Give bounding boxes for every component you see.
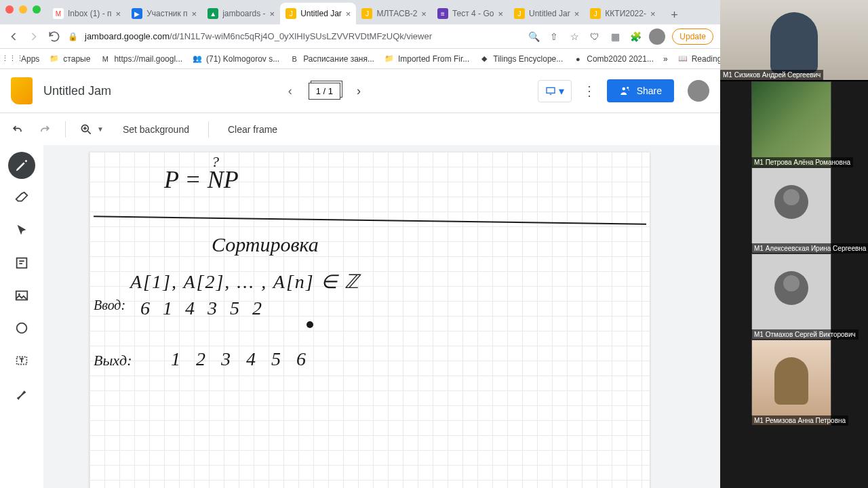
tab-title: Тест 4 - Go	[452, 9, 494, 18]
text-box-tool[interactable]	[8, 347, 35, 374]
handwriting-line	[94, 216, 646, 224]
favicon: ▲	[208, 8, 218, 19]
bookmark-label: https://mail.googl...	[114, 54, 182, 64]
clear-frame-button[interactable]: Clear frame	[222, 120, 283, 139]
maximize-window[interactable]	[33, 5, 41, 14]
select-tool[interactable]	[8, 217, 35, 244]
tab-title: МЛТАСВ-2	[376, 9, 417, 18]
browser-tab[interactable]: ▶Участник п×	[126, 3, 202, 24]
bookmark-label: Comb2020 2021...	[587, 54, 654, 64]
browser-tab[interactable]: ≡Тест 4 - Go×	[432, 3, 509, 24]
video-tile[interactable]	[751, 253, 831, 340]
ext-icon[interactable]: ▦	[608, 30, 622, 43]
close-tab-icon[interactable]: ×	[346, 9, 351, 19]
shape-tool[interactable]	[8, 314, 35, 342]
jamboard-logo[interactable]	[11, 77, 33, 104]
bookmark-icon: 📁	[49, 54, 60, 64]
zoom-control[interactable]: ▼	[79, 123, 104, 136]
share-button[interactable]: Share	[607, 79, 674, 102]
favicon: M	[53, 8, 64, 19]
share-label: Share	[637, 85, 662, 96]
bookmark-item[interactable]: ⋮⋮⋮Apps	[7, 54, 39, 64]
close-tab-icon[interactable]: ×	[650, 9, 656, 19]
jamboard-header: Untitled Jam ‹ 1 / 1 › ▾ ⋮ Share	[0, 69, 720, 113]
shield-icon[interactable]: 🛡	[588, 30, 601, 43]
url-text[interactable]: jamboard.google.com/d/1N1L7w-wiM6nc5qRj4…	[85, 31, 520, 41]
video-tile[interactable]: М1 Сизиков Андрей Сергеевич	[720, 0, 868, 81]
favicon: J	[590, 8, 601, 19]
bookmark-item[interactable]: ●Comb2020 2021...	[572, 54, 654, 64]
bookmark-label: Tilings Encyclope...	[493, 54, 563, 64]
bookmarks-overflow[interactable]: »	[663, 54, 668, 64]
pen-tool[interactable]	[8, 152, 35, 179]
handwriting-output-values: 1 2 3 4 5 6	[171, 348, 311, 370]
extensions-icon[interactable]: 🧩	[629, 30, 642, 43]
forward-button[interactable]	[27, 30, 41, 43]
redo-button[interactable]	[38, 123, 52, 136]
close-tab-icon[interactable]: ×	[498, 9, 503, 19]
browser-window: MInbox (1) - п×▶Участник п×▲jamboards - …	[0, 0, 720, 488]
bookmark-item[interactable]: ВРасписание заня...	[289, 54, 374, 64]
bookmark-item[interactable]: Mhttps://mail.googl...	[100, 54, 182, 64]
url-path: /d/1N1L7w-wiM6nc5qRj4O_0yXlHIySUsLZVVRVD…	[170, 31, 432, 41]
browser-tab[interactable]: JUntitled Jar×	[509, 3, 585, 24]
bookmark-icon: 📁	[384, 54, 395, 64]
video-tile[interactable]	[751, 167, 831, 253]
prev-frame[interactable]: ‹	[283, 79, 298, 104]
search-icon[interactable]: 🔍	[527, 30, 540, 43]
next-frame[interactable]: ›	[351, 79, 366, 104]
whiteboard[interactable]: P = NP ? Сортировка A[1], A[2], ... , A[…	[90, 152, 650, 488]
more-menu[interactable]: ⋮	[583, 83, 596, 99]
user-avatar[interactable]	[688, 80, 709, 102]
minimize-window[interactable]	[19, 5, 27, 14]
browser-tab[interactable]: JМЛТАСВ-2×	[356, 3, 431, 24]
close-tab-icon[interactable]: ×	[192, 9, 197, 19]
participant-name: М1 Отмахов Сергей Викторович	[751, 329, 859, 340]
browser-tab[interactable]: JККТИ2022-×	[585, 3, 660, 24]
install-icon[interactable]: ⇧	[547, 30, 561, 43]
reload-button[interactable]	[47, 30, 61, 43]
browser-tab[interactable]: JUntitled Jar×	[280, 3, 356, 24]
close-tab-icon[interactable]: ×	[421, 9, 427, 19]
star-icon[interactable]: ☆	[568, 30, 581, 43]
undo-button[interactable]	[11, 123, 24, 136]
handwriting-question: ?	[212, 153, 219, 171]
bookmark-item[interactable]: ◆Tilings Encyclope...	[479, 54, 563, 64]
favicon: ▶	[132, 8, 142, 19]
bookmark-item[interactable]: 👥(71) Kolmogorov s...	[192, 54, 279, 64]
back-button[interactable]	[7, 30, 20, 43]
lock-icon[interactable]: 🔒	[68, 32, 78, 41]
laser-tool[interactable]	[8, 380, 35, 407]
svg-point-1	[622, 87, 625, 91]
image-tool[interactable]	[8, 282, 35, 309]
bookmark-item[interactable]: 📁Imported From Fir...	[384, 54, 469, 64]
browser-tab[interactable]: ▲jamboards - ×	[202, 3, 280, 24]
eraser-tool[interactable]	[8, 184, 35, 211]
profile-avatar[interactable]	[649, 28, 665, 45]
browser-tab[interactable]: MInbox (1) - п×	[47, 3, 126, 24]
svg-point-2	[627, 87, 629, 89]
sticky-note-tool[interactable]	[8, 249, 35, 277]
tab-title: Untitled Jar	[300, 9, 342, 18]
frame-indicator[interactable]: 1 / 1	[309, 83, 340, 100]
update-button[interactable]: Update	[672, 28, 713, 45]
close-tab-icon[interactable]: ×	[574, 9, 580, 19]
close-tab-icon[interactable]: ×	[270, 9, 275, 19]
bookmark-item[interactable]: 📁старые	[49, 54, 90, 64]
window-controls	[5, 5, 41, 14]
tab-title: Участник п	[146, 9, 187, 18]
canvas-area: P = NP ? Сортировка A[1], A[2], ... , A[…	[0, 145, 720, 488]
close-tab-icon[interactable]: ×	[116, 9, 121, 19]
set-background-button[interactable]: Set background	[117, 120, 195, 139]
jam-title[interactable]: Untitled Jam	[43, 84, 111, 98]
new-tab-button[interactable]: +	[665, 5, 684, 24]
header-right: ▾ ⋮ Share	[538, 79, 709, 102]
svg-point-7	[17, 323, 27, 333]
bookmark-label: Apps	[21, 54, 39, 64]
close-window[interactable]	[5, 5, 14, 14]
bookmark-icon: В	[289, 54, 300, 64]
video-tile[interactable]	[751, 81, 831, 167]
video-tile[interactable]	[751, 340, 831, 426]
reading-list[interactable]: 📖Reading	[677, 54, 722, 64]
present-button[interactable]: ▾	[538, 80, 572, 102]
